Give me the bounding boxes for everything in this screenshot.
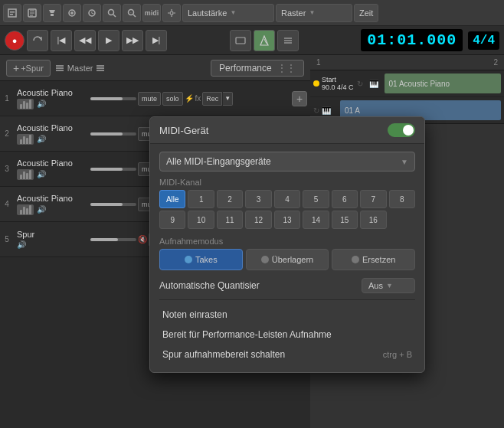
rec-arrow[interactable]: ▼ (223, 92, 233, 106)
dialog-toggle[interactable] (388, 123, 415, 137)
track-info: Acoustic Piano 🔊 (14, 158, 90, 180)
performance-button[interactable]: Performance ⋮⋮ (211, 60, 304, 77)
record-mode-buttons: Takes Überlagern Ersetzen (159, 249, 415, 270)
svg-text:-: - (130, 10, 132, 15)
channel-btn-11[interactable]: 11 (217, 211, 243, 229)
svg-point-12 (170, 11, 173, 15)
channel-btn-14[interactable]: 14 (303, 211, 329, 229)
replace-icon (352, 256, 359, 263)
channel-btn-5[interactable]: 5 (303, 190, 329, 208)
toolbar-btn-5[interactable] (83, 4, 101, 22)
track-info: Acoustic Piano 🔊 (14, 194, 90, 215)
menu-item-noten[interactable]: Noten einrasten (159, 305, 415, 325)
svg-rect-4 (51, 14, 54, 16)
track-fader[interactable] (90, 203, 136, 206)
toolbar-btn-midi[interactable]: midi (142, 4, 161, 22)
rec-button[interactable]: Rec (202, 92, 222, 106)
menu-item-spur[interactable]: Spur aufnahmebereit schalten ctrg + B (159, 345, 415, 364)
add-track-button[interactable]: + +Spur (6, 60, 51, 77)
track-name: Acoustic Piano (17, 194, 87, 203)
menu-item-bereit[interactable]: Bereit für Performance-Leisten Aufnahme (159, 325, 415, 345)
track-name: Acoustic Piano (17, 158, 87, 168)
svg-rect-0 (8, 9, 16, 17)
svg-rect-21 (56, 70, 64, 71)
channel-btn-10[interactable]: 10 (188, 211, 214, 229)
main-content: + +Spur Master Performance ⋮⋮ 1 Acoustic… (0, 55, 504, 428)
takes-icon (185, 256, 192, 263)
channel-btn-2[interactable]: 2 (217, 190, 243, 208)
metronome-button[interactable] (254, 30, 275, 51)
goto-start-button[interactable]: |◀ (51, 30, 72, 51)
track-number: 4 (0, 200, 14, 208)
solo-button[interactable]: solo (162, 92, 183, 106)
loop-button[interactable] (27, 30, 48, 51)
channel-btn-all[interactable]: Alle (159, 190, 185, 208)
toolbar-btn-4[interactable] (63, 4, 81, 22)
toolbar-btn-7[interactable]: - (123, 4, 141, 22)
goto-end-button[interactable]: ▶| (146, 30, 167, 51)
track-name: Acoustic Piano (17, 88, 87, 97)
track-fader[interactable] (90, 97, 136, 100)
track-name: Spur (17, 230, 87, 239)
channel-btn-4[interactable]: 4 (274, 190, 300, 208)
rewind-button[interactable]: ◀◀ (74, 30, 96, 51)
right-panel: 1 2 Start 90.0 4/4 C ↻ 🎹 01 Acoustic Pia… (310, 55, 504, 428)
mute-button[interactable]: mute (138, 92, 161, 106)
toolbar-btn-2[interactable] (23, 4, 41, 22)
channel-btn-15[interactable]: 15 (332, 211, 358, 229)
lautstärke-dropdown[interactable]: Lautstärke ▼ (182, 4, 274, 22)
raster-dropdown[interactable]: Raster ▼ (276, 4, 352, 22)
channel-btn-13[interactable]: 13 (274, 211, 300, 229)
fast-forward-button[interactable]: ▶▶ (122, 30, 143, 51)
channel-btn-6[interactable]: 6 (332, 190, 358, 208)
track-fader[interactable] (90, 132, 136, 136)
toolbar-btn-6[interactable] (103, 4, 121, 22)
speaker-icon: 🔊 (17, 240, 26, 249)
track-vol-icon: 🔊 (37, 205, 46, 214)
overlay-icon (261, 256, 269, 263)
track-fader[interactable] (90, 168, 136, 171)
quantise-label: Automatische Quantisier (159, 280, 260, 291)
menu-items: Noten einrasten Bereit für Performance-L… (159, 299, 415, 364)
track-number: 5 (0, 235, 14, 243)
track-number: 2 (0, 129, 14, 138)
overlay-button[interactable]: Überlagern (246, 249, 329, 270)
track-controls: mute solo ⚡ fx Rec ▼ (90, 92, 292, 106)
channel-btn-1[interactable]: 1 (188, 190, 214, 208)
track-name: Acoustic Piano (17, 123, 87, 132)
channel-btn-8[interactable]: 8 (389, 190, 415, 208)
channel-btn-7[interactable]: 7 (360, 190, 386, 208)
cycle-button[interactable] (230, 30, 251, 51)
svg-line-8 (113, 15, 116, 17)
master-menu-icon (96, 64, 105, 73)
toolbar-btn-3[interactable] (43, 4, 61, 22)
svg-rect-19 (56, 65, 64, 67)
play-button[interactable]: ▶ (98, 30, 119, 51)
record-button[interactable]: ● (5, 31, 25, 51)
track-number: 1 (0, 94, 14, 103)
toolbar-btn-settings[interactable] (162, 4, 181, 22)
channel-btn-3[interactable]: 3 (245, 190, 271, 208)
track-row: 1 Acoustic Piano 🔊 mute solo ⚡ (0, 81, 310, 116)
midi-device-dropdown[interactable]: Alle MIDI-Eingangsgeräte ▼ (159, 152, 415, 172)
zeit-dropdown[interactable]: Zeit (354, 4, 378, 22)
tempo-button[interactable] (277, 30, 299, 51)
svg-rect-13 (236, 38, 245, 44)
rec-select[interactable]: Rec ▼ (202, 92, 233, 106)
fx-label: fx (195, 94, 201, 103)
channel-btn-12[interactable]: 12 (245, 211, 271, 229)
channel-btn-9[interactable]: 9 (159, 211, 185, 229)
transport-bar: ● |◀ ◀◀ ▶ ▶▶ ▶| 01:01.000 4/4 (0, 26, 504, 55)
toolbar-btn-1[interactable] (3, 4, 21, 22)
takes-button[interactable]: Takes (159, 249, 243, 270)
quantise-dropdown[interactable]: Aus ▼ (362, 278, 415, 293)
svg-line-10 (133, 15, 136, 17)
channel-btn-16[interactable]: 16 (360, 211, 386, 229)
track-vol-icon: 🔊 (37, 135, 46, 143)
track-fader[interactable] (90, 238, 136, 241)
replace-button[interactable]: Ersetzen (332, 249, 415, 270)
top-toolbar: - midi Lautstärke ▼ Raster ▼ Zeit (0, 0, 504, 26)
quantise-chevron: ▼ (386, 282, 393, 289)
track-add-event[interactable]: + (292, 91, 307, 106)
modal-overlay: MIDI-Gerät Alle MIDI-Eingangsgeräte ▼ MI… (310, 55, 504, 428)
